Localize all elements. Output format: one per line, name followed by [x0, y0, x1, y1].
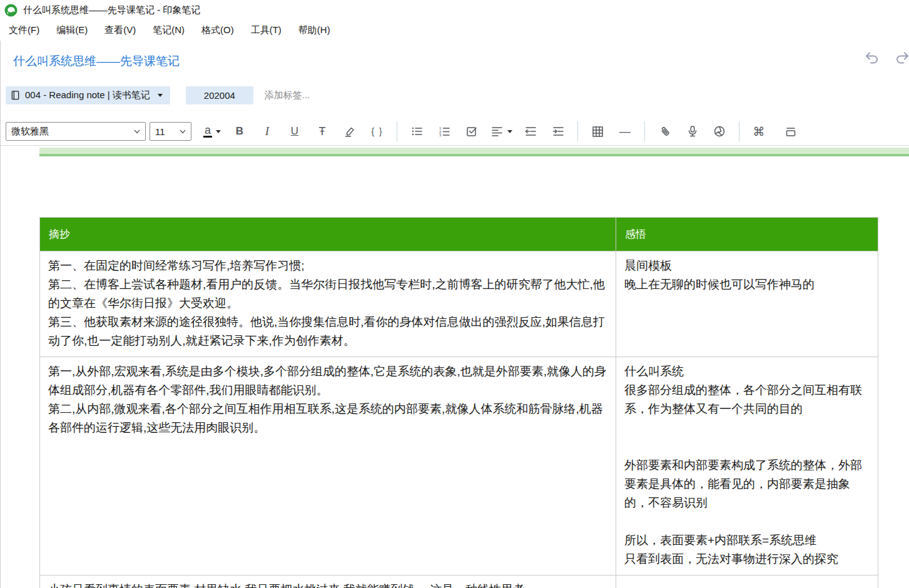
highlighter-icon	[343, 124, 357, 138]
paragraph	[624, 580, 870, 588]
note-editor[interactable]: 摘抄感悟第一、在固定的时间经常练习写作,培养写作习惯;第二、在博客上尝试各种题材…	[1, 148, 909, 588]
window-title: 什么叫系统思维——先导课笔记 - 印象笔记	[23, 4, 200, 16]
paragraph: 外部要素和内部要素构成了系统的整体，外部要素是具体的，能看见的，内部要素是抽象的…	[624, 456, 870, 512]
horizontal-rule-button[interactable]: —	[616, 122, 634, 141]
save-template-button[interactable]	[781, 122, 800, 141]
menu-edit[interactable]: 编辑(E)	[54, 23, 89, 38]
menu-view[interactable]: 查看(V)	[103, 23, 138, 38]
paragraph: 所以，表面要素+内部联系=系统思维	[624, 531, 870, 550]
outdent-button[interactable]	[521, 122, 540, 141]
table-row: 第一、在固定的时间经常练习写作,培养写作习惯;第二、在博客上尝试各种题材,看用户…	[40, 251, 878, 357]
outdent-icon	[524, 124, 537, 138]
menu-format[interactable]: 格式(O)	[200, 23, 236, 38]
code-block-button[interactable]: { }	[368, 122, 387, 141]
paragraph	[624, 437, 870, 456]
align-left-icon	[490, 124, 504, 138]
menu-help[interactable]: 帮助(H)	[297, 23, 332, 38]
history-buttons	[864, 51, 909, 67]
toolbar-separator	[644, 121, 645, 141]
shortcut-button[interactable]: ⌘	[749, 122, 768, 141]
font-family-select[interactable]: 微软雅黑	[6, 122, 146, 141]
table-cell[interactable]: 第一,从外部,宏观来看,系统是由多个模块,多个部分组成的整体,它是系统的表象,也…	[40, 357, 616, 575]
paragraph: 第三、他获取素材来源的途径很独特。他说,当你搜集信息时,看你的身体对信息做出的强…	[48, 313, 607, 350]
microphone-icon	[685, 124, 699, 138]
add-tag-input[interactable]: 添加标签...	[265, 89, 310, 101]
numbered-list-button[interactable]: 1 2 3	[435, 122, 454, 141]
attachment-button[interactable]	[655, 122, 674, 141]
table-cell[interactable]: 小孩只看到事情的表面要素,村里缺水,我只要把水挑过来,我就能赚到钱。 这是一种线…	[40, 575, 616, 588]
bullet-list-icon	[410, 124, 424, 138]
checkbox-button[interactable]	[462, 122, 481, 141]
insert-table-button[interactable]	[588, 122, 607, 141]
paragraph: 很多部分组成的整体，各个部分之间互相有联系，作为整体又有一个共同的目的	[624, 381, 870, 418]
notebook-icon	[11, 90, 20, 101]
toolbar-separator	[397, 121, 397, 141]
tag-badge[interactable]: 202004	[186, 86, 253, 104]
paragraph: 小孩只看到事情的表面要素,村里缺水,我只要把水挑过来,我就能赚到钱。 这是一种线…	[48, 580, 607, 588]
table-header-cell[interactable]: 感悟	[616, 218, 878, 251]
paragraph: 第二、在博客上尝试各种题材,看用户的反馈。当华尔街日报找他写专栏时,之前博客上的…	[48, 275, 607, 313]
highlight-button[interactable]	[340, 122, 359, 141]
note-title[interactable]: 什么叫系统思维——先导课笔记	[13, 53, 909, 69]
font-family-value: 微软雅黑	[11, 126, 49, 138]
menu-bar: 文件(F) 编辑(E) 查看(V) 笔记(N) 格式(O) 工具(T) 帮助(H…	[0, 20, 909, 41]
window-titlebar: 什么叫系统思维——先导课笔记 - 印象笔记	[0, 0, 909, 20]
paragraph	[624, 512, 870, 531]
checkbox-icon	[465, 124, 479, 138]
note-panel: 什么叫系统思维——先导课笔记 004 - Reading note | 读书笔记…	[0, 41, 909, 588]
tag-label: 202004	[204, 90, 235, 101]
paragraph: 第二,从内部,微观来看,各个部分之间互相作用相互联系,这是系统的内部要素,就像人…	[48, 400, 607, 437]
toolbar-separator	[739, 121, 739, 141]
table-header-cell[interactable]: 摘抄	[40, 218, 616, 251]
numbered-list-icon: 1 2 3	[437, 124, 451, 138]
table-row: 小孩只看到事情的表面要素,村里缺水,我只要把水挑过来,我就能赚到钱。 这是一种线…	[40, 575, 878, 588]
evernote-elephant-icon	[4, 4, 18, 17]
note-header: 什么叫系统思维——先导课笔记	[1, 41, 909, 69]
notebook-name: 004 - Reading note | 读书笔记	[25, 89, 150, 101]
table-header-row: 摘抄感悟	[40, 218, 878, 251]
paragraph: 晚上在无聊的时候也可以写作神马的	[624, 275, 870, 294]
bold-button[interactable]: B	[230, 122, 249, 141]
font-color-button[interactable]: a	[203, 122, 221, 141]
paragraph: 第一、在固定的时间经常练习写作,培养写作习惯;	[48, 256, 607, 275]
note-meta-row: 004 - Reading note | 读书笔记 202004 添加标签...	[1, 86, 909, 104]
paragraph: 什么叫系统	[624, 362, 870, 381]
font-color-icon: a	[203, 125, 212, 138]
indent-icon	[551, 124, 565, 138]
menu-tools[interactable]: 工具(T)	[249, 23, 283, 38]
notebook-selector[interactable]: 004 - Reading note | 读书笔记	[6, 86, 170, 104]
redo-icon[interactable]	[894, 51, 909, 67]
shutter-icon	[713, 124, 726, 138]
chevron-down-icon	[180, 129, 186, 134]
highlighted-line-partial	[39, 148, 909, 156]
table-cell[interactable]: 什么叫系统很多部分组成的整体，各个部分之间互相有联系，作为整体又有一个共同的目的…	[616, 357, 878, 575]
chevron-down-icon	[134, 129, 140, 134]
table-cell[interactable]	[616, 575, 878, 588]
undo-icon[interactable]	[864, 51, 880, 67]
align-button[interactable]	[490, 122, 512, 141]
toolbar-separator	[577, 121, 578, 141]
menu-file[interactable]: 文件(F)	[7, 23, 41, 38]
content-table: 摘抄感悟第一、在固定的时间经常练习写作,培养写作习惯;第二、在博客上尝试各种题材…	[39, 217, 878, 588]
table-cell[interactable]: 第一、在固定的时间经常练习写作,培养写作习惯;第二、在博客上尝试各种题材,看用户…	[40, 251, 616, 357]
paperclip-icon	[658, 124, 671, 138]
font-size-select[interactable]: 11	[150, 122, 191, 141]
paragraph: 第一,从外部,宏观来看,系统是由多个模块,多个部分组成的整体,它是系统的表象,也…	[48, 362, 607, 400]
strikethrough-button[interactable]: Ŧ	[313, 122, 332, 141]
font-size-value: 11	[155, 126, 165, 137]
menu-note[interactable]: 笔记(N)	[151, 23, 186, 38]
table-row: 第一,从外部,宏观来看,系统是由多个模块,多个部分组成的整体,它是系统的表象,也…	[40, 357, 878, 575]
audio-record-button[interactable]	[683, 122, 701, 141]
table-cell[interactable]: 晨间模板晚上在无聊的时候也可以写作神马的	[616, 251, 878, 357]
table-grid-icon	[591, 124, 604, 138]
bullet-list-button[interactable]	[407, 122, 426, 141]
indent-button[interactable]	[549, 122, 567, 141]
tray-icon	[784, 124, 798, 138]
paragraph	[624, 418, 870, 437]
chevron-down-icon	[216, 130, 221, 133]
underline-button[interactable]: U	[285, 122, 304, 141]
screenshot-button[interactable]	[710, 122, 729, 141]
svg-text:3: 3	[439, 133, 442, 137]
italic-button[interactable]: I	[258, 122, 277, 141]
paragraph: 只看到表面，无法对事物进行深入的探究	[624, 550, 870, 569]
